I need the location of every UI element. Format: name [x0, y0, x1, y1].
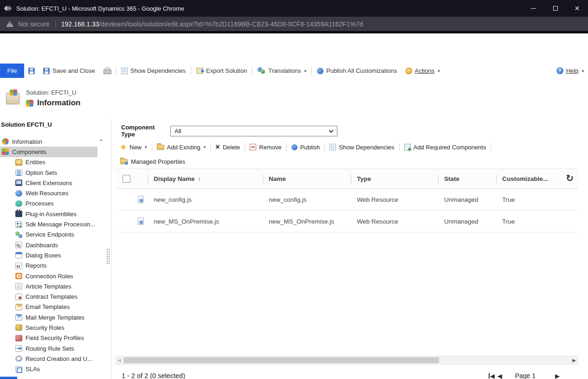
- sidebar-item-plugin-assemblies[interactable]: Plug-in Assemblies: [0, 209, 97, 219]
- sidebar-item-client-extensions[interactable]: Client Extensions: [0, 178, 97, 188]
- sidebar-item-information[interactable]: Information: [0, 136, 97, 147]
- save-icon: [28, 68, 35, 74]
- sidebar-scroll-up-arrow[interactable]: ▲: [99, 138, 103, 142]
- export-solution-label: Export Solution: [206, 67, 247, 74]
- sidebar-item-sdk-message-processing[interactable]: Sdk Message Processin...: [0, 219, 97, 229]
- sidebar-item-mail-merge-templates[interactable]: Mail Merge Templates: [0, 312, 97, 322]
- warning-mark: !: [9, 22, 10, 26]
- sidebar-item-web-resources[interactable]: Web Resources: [0, 188, 97, 198]
- sidebar-item-dashboards[interactable]: Dashboards: [0, 240, 97, 250]
- column-header-name[interactable]: Name: [263, 169, 351, 188]
- show-dependencies-button[interactable]: Show Dependencies: [117, 64, 190, 78]
- sidebar-item-entities[interactable]: Entities: [0, 157, 97, 167]
- not-secure-warning-icon[interactable]: !: [6, 21, 13, 27]
- table-row[interactable]: new_MS_OnPremise.js new_MS_OnPremise.js …: [116, 211, 578, 232]
- sidebar-item-security-roles[interactable]: Security Roles: [0, 322, 97, 333]
- sidebar-item-service-endpoints[interactable]: Service Endpoints: [0, 230, 97, 240]
- column-header-display-name[interactable]: Display Name↑: [148, 169, 263, 188]
- remove-button[interactable]: Remove: [245, 140, 286, 154]
- file-tab[interactable]: File: [0, 64, 24, 78]
- publish-button[interactable]: Publish: [287, 140, 325, 154]
- sidebar-item-label: Connection Roles: [26, 273, 73, 280]
- sidebar-splitter-handle[interactable]: [106, 248, 110, 265]
- component-type-row: Component Type All: [121, 124, 337, 138]
- sidebar-item-option-sets[interactable]: Option Sets: [0, 167, 97, 178]
- mail-merge-templates-icon: [15, 314, 22, 321]
- publish-all-label: Publish All Customizations: [326, 67, 397, 74]
- sidebar-item-label: Dialog Boxes: [26, 252, 61, 259]
- grid-toolbar: New▾ Add Existing▾ ×Delete Remove Publis…: [116, 140, 491, 154]
- horizontal-scrollbar[interactable]: ◀ ▶: [116, 356, 578, 365]
- sidebar-item-article-templates[interactable]: Article Templates: [0, 281, 97, 291]
- sidebar-item-routing-rule-sets[interactable]: Routing Rule Sets: [0, 343, 97, 353]
- close-button[interactable]: ×: [566, 0, 588, 17]
- address-bar-shadow: [0, 31, 588, 33]
- export-solution-button[interactable]: Export Solution: [192, 64, 251, 78]
- scroll-left-arrow[interactable]: ◀: [117, 358, 121, 363]
- translations-button[interactable]: Translations▾: [253, 64, 310, 78]
- actions-button[interactable]: Actions▾: [401, 64, 444, 78]
- select-all-checkbox[interactable]: [123, 175, 130, 183]
- row-icon-cell: [134, 211, 148, 232]
- delete-button[interactable]: ×Delete: [211, 140, 245, 154]
- sidebar-item-components[interactable]: Components: [0, 147, 97, 157]
- separator: [191, 67, 191, 75]
- chevron-down-icon: ▾: [582, 69, 584, 73]
- add-existing-button[interactable]: Add Existing▾: [152, 140, 211, 154]
- first-page-button[interactable]: ◀: [489, 373, 495, 379]
- sidebar-item-label: Components: [12, 148, 46, 155]
- cell-state: Unmanaged: [438, 211, 496, 232]
- managed-properties-row: Managed Properties: [116, 155, 190, 167]
- column-header-type[interactable]: Type: [351, 169, 438, 188]
- show-dependencies-grid-button[interactable]: Show Dependencies: [325, 140, 399, 154]
- scrollbar-thumb[interactable]: [123, 357, 439, 363]
- scroll-right-arrow[interactable]: ▶: [572, 358, 576, 363]
- remove-label: Remove: [259, 144, 281, 151]
- sidebar-item-dialog-boxes[interactable]: Dialog Boxes: [0, 250, 97, 260]
- url-path: /devteam/tools/solution/edit.aspx?id=%7b…: [99, 20, 363, 28]
- dialog-boxes-icon: [15, 252, 22, 258]
- column-label: Type: [351, 175, 371, 182]
- url-text[interactable]: 192.168.1.33/devteam/tools/solution/edit…: [61, 20, 363, 28]
- refresh-button[interactable]: ↻: [566, 173, 574, 183]
- ribbon-toolbar: File Save and Close Show Dependencies Ex…: [0, 64, 588, 78]
- translations-icon: [258, 67, 265, 74]
- publish-all-customizations-button[interactable]: Publish All Customizations: [313, 64, 401, 78]
- previous-page-button[interactable]: ◀: [498, 373, 502, 379]
- sidebar-item-slas[interactable]: SLAs: [0, 364, 97, 374]
- sidebar-item-email-templates[interactable]: Email Templates: [0, 302, 97, 312]
- add-required-components-button[interactable]: Add Required Components: [400, 140, 491, 154]
- security-label[interactable]: Not secure: [18, 20, 50, 28]
- connection-roles-icon: [15, 273, 22, 279]
- sidebar-item-record-creation[interactable]: Record Creation and U...: [0, 353, 97, 364]
- sidebar-item-contract-templates[interactable]: Contract Templates: [0, 291, 97, 302]
- sidebar-item-reports[interactable]: Reports: [0, 261, 97, 271]
- information-icon: [26, 100, 33, 107]
- first-page-bar-icon: [489, 373, 490, 379]
- maximize-button[interactable]: [544, 0, 566, 17]
- new-button[interactable]: New▾: [116, 140, 152, 154]
- table-row[interactable]: new_config.js new_config.js Web Resource…: [116, 189, 578, 211]
- sidebar-item-label: Routing Rule Sets: [26, 345, 74, 352]
- cell-name: new_config.js: [263, 189, 351, 210]
- help-button[interactable]: ?Help▾: [552, 64, 588, 78]
- solution-icon: [6, 89, 21, 105]
- save-button[interactable]: [24, 64, 39, 78]
- column-label: Customizable...: [496, 175, 548, 182]
- sidebar-item-processes[interactable]: Processes: [0, 199, 97, 209]
- security-roles-icon: [15, 324, 22, 331]
- delete-icon: ×: [215, 143, 220, 151]
- minimize-button[interactable]: [523, 0, 544, 17]
- sidebar-item-field-security-profiles[interactable]: Field Security Profiles: [0, 333, 97, 343]
- print-button[interactable]: [99, 64, 115, 78]
- next-page-button[interactable]: ▶: [555, 373, 560, 379]
- save-and-close-icon: [43, 68, 50, 74]
- routing-rule-sets-icon: [15, 345, 22, 352]
- save-and-close-button[interactable]: Save and Close: [39, 64, 99, 78]
- address-bar[interactable]: ! Not secure 192.168.1.33/devteam/tools/…: [0, 17, 588, 31]
- managed-properties-button[interactable]: Managed Properties: [116, 158, 190, 165]
- record-creation-icon: [15, 355, 22, 362]
- sidebar-item-connection-roles[interactable]: Connection Roles: [0, 271, 97, 281]
- column-header-state[interactable]: State: [438, 169, 496, 188]
- component-type-select[interactable]: All: [170, 126, 337, 136]
